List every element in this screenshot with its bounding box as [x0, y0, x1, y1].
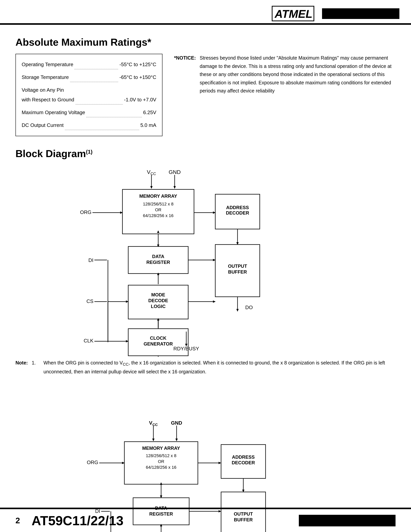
- device-title: AT59C11/22/13: [31, 513, 299, 528]
- rating-value-5: 5.0 mA: [140, 121, 156, 130]
- svg-marker-106: [160, 482, 162, 485]
- svg-text:OUTPUT: OUTPUT: [228, 264, 247, 269]
- rating-value-2: -65°C to +150°C: [119, 73, 156, 82]
- svg-text:CLOCK: CLOCK: [150, 335, 167, 341]
- svg-text:OR: OR: [155, 207, 161, 212]
- svg-marker-27: [174, 186, 176, 189]
- svg-text:64/128/256 x 16: 64/128/256 x 16: [143, 213, 174, 218]
- absolute-max-ratings-section: Absolute Maximum Ratings* Operating Temp…: [16, 36, 395, 136]
- svg-text:DECODER: DECODER: [232, 460, 255, 465]
- svg-marker-92: [175, 438, 178, 441]
- svg-text:64/128/256 x 16: 64/128/256 x 16: [146, 465, 176, 470]
- rating-label-1: Operating Temperature: [22, 60, 73, 69]
- svg-marker-79: [236, 309, 239, 312]
- svg-text:DI: DI: [88, 257, 93, 263]
- page-number: 2: [16, 516, 20, 525]
- note-section: Note: 1. When the ORG pin is connected t…: [16, 359, 395, 376]
- svg-gnd: GND: [168, 169, 180, 175]
- svg-text:DECODE: DECODE: [148, 298, 168, 303]
- svg-text:GENERATOR: GENERATOR: [143, 341, 173, 346]
- notice-section: *NOTICE: Stresses beyond those listed un…: [174, 54, 395, 136]
- block-diagram-section: Block Diagram(1) V CC GND MEMORY ARRAY 1…: [16, 148, 395, 357]
- svg-text:ADDRESS: ADDRESS: [226, 205, 249, 210]
- svg-text:OR: OR: [158, 459, 164, 464]
- note-number: 1.: [32, 359, 36, 376]
- gnd-text: GND: [171, 420, 182, 426]
- rating-value-3: -1.0V to +7.0V: [124, 95, 156, 104]
- svg-text:MEMORY ARRAY: MEMORY ARRAY: [142, 446, 180, 451]
- absolute-max-ratings-title: Absolute Maximum Ratings*: [16, 36, 395, 48]
- notice-label: *NOTICE:: [174, 54, 196, 95]
- org-signal: ORG: [87, 459, 98, 465]
- svg-org-label: ORG: [80, 209, 91, 215]
- header-bar-decoration: [322, 8, 399, 19]
- svg-text:CLK: CLK: [84, 338, 93, 343]
- rating-value-4: 6.25V: [143, 108, 156, 117]
- svg-text:ATMEL: ATMEL: [274, 8, 312, 20]
- svg-text:RDY/BUSY: RDY/BUSY: [173, 346, 199, 352]
- rating-label-5: DC Output Current: [22, 121, 64, 130]
- svg-text:BUFFER: BUFFER: [228, 269, 247, 275]
- svg-text:REGISTER: REGISTER: [146, 260, 170, 265]
- page-header: ATMEL: [0, 0, 411, 25]
- svg-text:ADDRESS: ADDRESS: [232, 455, 254, 460]
- svg-text:DATA: DATA: [152, 254, 164, 259]
- svg-text:DO: DO: [245, 304, 253, 310]
- note-text: When the ORG pin is connected to VCC, th…: [44, 359, 395, 376]
- block-diagram-main-svg: VCC GND MEMORY ARRAY 128/256/512 x 8 OR …: [51, 163, 360, 357]
- svg-text:128/256/512 x 8: 128/256/512 x 8: [146, 453, 176, 458]
- logo-area: ATMEL: [272, 6, 399, 21]
- svg-marker-90: [152, 438, 155, 441]
- svg-marker-25: [150, 186, 153, 189]
- ratings-table: Operating Temperature -55°C to +125°C St…: [16, 54, 162, 136]
- block-diagram-wrapper: VCC GND MEMORY ARRAY 128/256/512 x 8 OR …: [16, 163, 395, 357]
- rating-value-1: -55°C to +125°C: [119, 60, 156, 69]
- svg-marker-43: [157, 230, 159, 233]
- rating-label-3a: Voltage on Any Pin: [22, 87, 64, 93]
- block-diagram-title: Block Diagram(1): [16, 148, 395, 159]
- svg-vcc: VCC: [147, 169, 156, 176]
- svg-marker-59: [213, 300, 216, 303]
- rating-label-4: Maximum Operating Voltage: [22, 108, 85, 117]
- svg-text:LOGIC: LOGIC: [151, 304, 166, 309]
- notice-layout: *NOTICE: Stresses beyond those listed un…: [174, 54, 395, 95]
- svg-memory-title: MEMORY ARRAY: [139, 193, 177, 199]
- page-footer: 2 AT59C11/22/13: [0, 508, 411, 532]
- ratings-layout: Operating Temperature -55°C to +125°C St…: [16, 54, 395, 136]
- svg-text:128/256/512 x 8: 128/256/512 x 8: [143, 202, 174, 206]
- note-label-text: Note:: [16, 359, 28, 376]
- svg-text:DECODER: DECODER: [226, 210, 249, 216]
- atmel-logo-icon: ATMEL: [272, 6, 314, 21]
- svg-text:CS: CS: [86, 298, 93, 304]
- main-content: Absolute Maximum Ratings* Operating Temp…: [0, 25, 411, 415]
- rating-label-2: Storage Temperature: [22, 73, 69, 82]
- footer-bar-decoration: [299, 515, 395, 526]
- rating-label-3b: with Respect to Ground: [22, 95, 74, 104]
- svg-text:MODE: MODE: [151, 292, 165, 297]
- notice-text: Stresses beyond those listed under "Abso…: [200, 54, 396, 95]
